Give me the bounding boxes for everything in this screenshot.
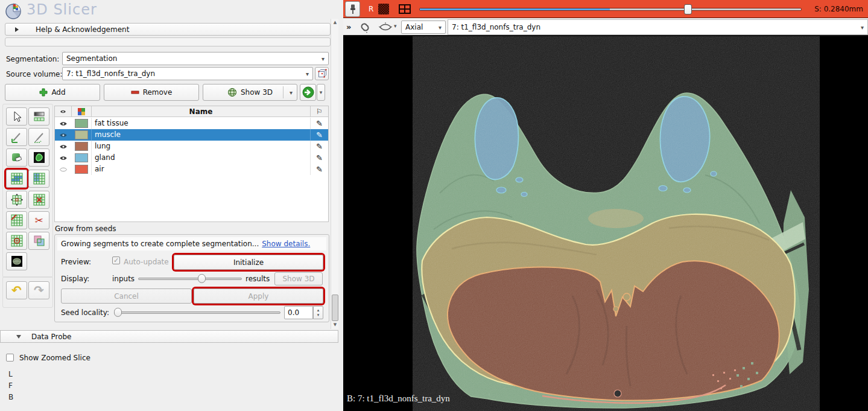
effect-threshold-button[interactable] <box>28 107 49 126</box>
apply-options-dropdown[interactable]: ▾ <box>317 84 325 101</box>
preview-show-3d-button[interactable]: Show 3D <box>274 272 323 285</box>
visibility-column-header[interactable] <box>55 106 71 117</box>
segment-color-cell[interactable] <box>71 153 91 162</box>
edit-pencil-icon[interactable]: ✎ <box>310 164 328 175</box>
data-probe-label: Data Probe <box>31 333 72 341</box>
segmentation-select[interactable]: Segmentation ▾ <box>62 52 329 65</box>
segment-name[interactable]: air <box>91 164 310 175</box>
islands-icon <box>10 234 24 247</box>
segment-color-cell[interactable] <box>71 165 91 174</box>
visibility-toggle[interactable] <box>55 167 71 173</box>
chevron-down-icon[interactable]: ▾ <box>290 89 293 96</box>
source-volume-select[interactable]: 7: t1_fl3d_nonfs_tra_dyn ▾ <box>62 67 313 80</box>
show-zoomed-slice-checkbox[interactable] <box>6 354 14 362</box>
edit-pencil-icon[interactable]: ✎ <box>310 141 328 152</box>
slice-offset-handle[interactable] <box>684 4 692 14</box>
seed-locality-value-field[interactable]: 0.0 <box>284 306 313 319</box>
help-acknowledgement-header[interactable]: Help & Acknowledgement <box>5 23 331 36</box>
effect-grow-from-seeds-button[interactable] <box>6 170 27 188</box>
initialize-button[interactable]: Initialize <box>174 255 323 270</box>
effect-logical-operators-button[interactable] <box>28 232 49 250</box>
view-layout-icon[interactable] <box>399 4 411 14</box>
effect-draw-button[interactable] <box>28 128 49 146</box>
display-slider-handle[interactable] <box>198 274 206 283</box>
segment-row-muscle[interactable]: muscle ✎ <box>55 129 328 141</box>
spin-down-icon[interactable]: ▾ <box>317 313 320 317</box>
effect-level-tracing-button[interactable] <box>28 148 49 167</box>
visibility-toggle[interactable] <box>55 155 71 161</box>
segment-name[interactable]: gland <box>91 152 310 164</box>
display-slider[interactable] <box>138 278 242 280</box>
effect-none-button[interactable] <box>6 107 27 126</box>
seed-locality-slider-handle[interactable] <box>114 308 122 317</box>
slice-view-bar: R S: 0.2840mm <box>343 0 868 18</box>
seed-locality-spinner[interactable]: ▴ ▾ <box>313 306 323 319</box>
segment-name[interactable]: muscle <box>91 129 310 141</box>
slice-offset-slider[interactable] <box>419 8 802 11</box>
show-3d-button[interactable]: Show 3D ▾ <box>203 84 297 101</box>
effect-islands-button[interactable] <box>6 232 27 250</box>
spin-up-icon[interactable]: ▴ <box>317 308 320 313</box>
scroll-up-icon[interactable]: ▲ <box>331 19 339 27</box>
effect-paint-button[interactable] <box>6 128 27 146</box>
data-probe-header[interactable]: Data Probe <box>0 330 338 343</box>
status-column-header[interactable]: ⚐ <box>310 106 328 117</box>
orientation-select[interactable]: Axial ▾ <box>401 21 446 34</box>
segment-name[interactable]: fat tissue <box>91 118 310 129</box>
segment-row-fat-tissue[interactable]: fat tissue ✎ <box>55 118 328 129</box>
segment-row-gland[interactable]: gland ✎ <box>55 152 328 164</box>
effect-scissors-button[interactable]: ✂ <box>28 211 49 229</box>
level-tracing-icon <box>33 151 46 164</box>
add-segment-button[interactable]: Add <box>5 84 100 101</box>
visibility-toggle[interactable] <box>55 132 71 138</box>
segment-color-cell[interactable] <box>71 119 91 128</box>
segment-color-cell[interactable] <box>71 142 91 151</box>
slice-visibility-eye-icon[interactable] <box>378 21 393 34</box>
visibility-toggle[interactable] <box>55 144 71 150</box>
visibility-toggle[interactable] <box>55 121 71 127</box>
segmentation-value: Segmentation <box>66 54 117 63</box>
scrollbar-thumb[interactable] <box>332 295 338 321</box>
eye-dropdown-arrow[interactable]: ▾ <box>394 23 397 29</box>
effect-fill-between-slices-button[interactable] <box>28 170 49 188</box>
remove-segment-button[interactable]: Remove <box>104 84 199 101</box>
slice-opacity-icon[interactable] <box>378 4 389 14</box>
specify-geometry-button[interactable] <box>315 67 329 80</box>
effect-smoothing-button[interactable] <box>6 211 27 229</box>
more-options-chevrons[interactable]: » <box>346 22 351 31</box>
segment-row-air[interactable]: air ✎ <box>55 164 328 175</box>
color-column-header[interactable] <box>71 106 91 117</box>
effect-margin-button[interactable] <box>6 191 27 209</box>
show-details-link[interactable]: Show details. <box>262 240 310 248</box>
edit-pencil-icon[interactable]: ✎ <box>310 118 328 129</box>
link-views-icon[interactable] <box>358 21 372 34</box>
auto-update-checkbox[interactable]: ✓ <box>112 256 120 264</box>
segment-name[interactable]: lung <box>91 141 310 152</box>
chevron-down-icon: ▾ <box>861 24 864 31</box>
undo-button[interactable]: ↶ <box>6 281 27 299</box>
eye-open-icon <box>59 132 68 138</box>
segment-color-cell[interactable] <box>71 130 91 139</box>
background-volume-select[interactable]: 7: t1_fl3d_nonfs_tra_dyn ▾ <box>448 19 868 35</box>
effect-mask-volume-button[interactable] <box>6 252 27 270</box>
scroll-down-icon[interactable]: ▼ <box>331 321 339 329</box>
cancel-button[interactable]: Cancel <box>61 288 192 304</box>
background-volume-value: 7: t1_fl3d_nonfs_tra_dyn <box>452 23 540 31</box>
panel-scrollbar[interactable]: ▲ ▼ <box>331 19 338 329</box>
edit-pencil-icon[interactable]: ✎ <box>310 152 328 164</box>
apply-green-arrow-button[interactable] <box>300 84 316 101</box>
axial-slice-viewport[interactable]: B: 7: t1_fl3d_nonfs_tra_dyn <box>343 36 868 411</box>
redo-icon: ↷ <box>34 283 44 298</box>
pin-button[interactable] <box>345 1 360 17</box>
edit-pencil-icon[interactable]: ✎ <box>310 129 328 141</box>
seed-locality-slider[interactable] <box>114 311 280 314</box>
effect-hollow-button[interactable] <box>28 191 49 209</box>
segment-row-lung[interactable]: lung ✎ <box>55 141 328 152</box>
seed-locality-value: 0.0 <box>288 308 299 317</box>
name-column-header[interactable]: Name <box>91 106 310 117</box>
effect-erase-button[interactable] <box>6 148 27 167</box>
redo-button[interactable]: ↷ <box>28 281 49 299</box>
apply-label: Apply <box>249 292 269 301</box>
apply-button[interactable]: Apply <box>194 288 323 304</box>
grow-from-seeds-icon <box>10 172 24 185</box>
